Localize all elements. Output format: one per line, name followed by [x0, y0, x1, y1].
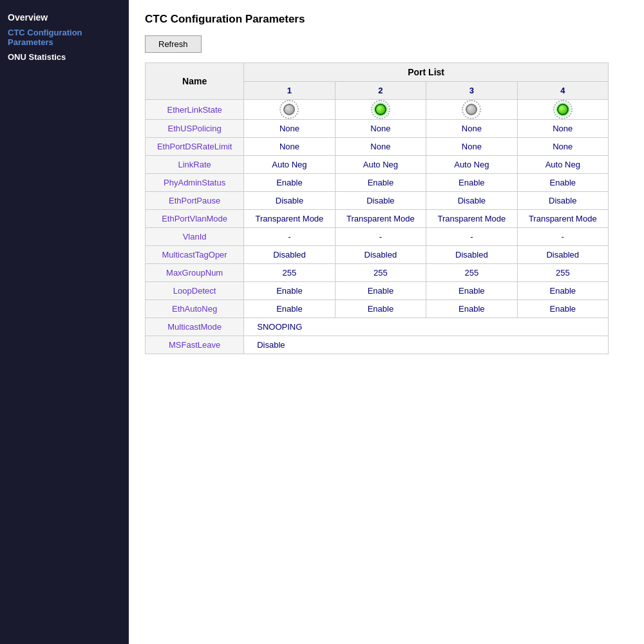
- value-cell-ethportdsratelimit-port2: None: [335, 138, 426, 156]
- value-cell-maxgroupnum-port1: 255: [244, 264, 335, 282]
- table-row: VlanId----: [146, 228, 609, 246]
- table-row: LinkRateAuto NegAuto NegAuto NegAuto Neg: [146, 156, 609, 174]
- table-row: EthPortDSRateLimitNoneNoneNoneNone: [146, 138, 609, 156]
- sidebar-item-onu-statistics[interactable]: ONU Statistics: [6, 50, 122, 64]
- value-cell-multicasttagoper-port4: Disabled: [517, 246, 608, 264]
- value-cell-vlanid-port1: -: [244, 228, 335, 246]
- table-row: PhyAdminStatusEnableEnableEnableEnable: [146, 174, 609, 192]
- value-cell-multicasttagoper-port3: Disabled: [426, 246, 517, 264]
- row-label-phyadminstatus: PhyAdminStatus: [146, 174, 244, 192]
- table-row: EthPortVlanModeTransparent ModeTranspare…: [146, 210, 609, 228]
- value-cell-ethportpause-port4: Disable: [517, 192, 608, 210]
- table-row: EthPortPauseDisableDisableDisableDisable: [146, 192, 609, 210]
- value-cell-ethportdsratelimit-port4: None: [517, 138, 608, 156]
- led-indicator-grey: [283, 104, 295, 115]
- table-row: MSFastLeaveDisable: [146, 336, 609, 354]
- value-cell-ethautoneg-port4: Enable: [517, 300, 608, 318]
- row-label-maxgroupnum: MaxGroupNum: [146, 264, 244, 282]
- value-cell-vlanid-port3: -: [426, 228, 517, 246]
- value-cell-vlanid-port4: -: [517, 228, 608, 246]
- port-header-4: 4: [517, 82, 608, 100]
- row-value-msfastleave: Disable: [244, 336, 609, 354]
- value-cell-ethportpause-port3: Disable: [426, 192, 517, 210]
- value-cell-linkrate-port1: Auto Neg: [244, 156, 335, 174]
- table-row: EthUSPolicingNoneNoneNoneNone: [146, 120, 609, 138]
- sidebar: OverviewCTC Configuration ParametersONU …: [0, 0, 129, 644]
- led-cell-port2: [335, 100, 426, 120]
- value-cell-linkrate-port2: Auto Neg: [335, 156, 426, 174]
- row-label-ethportdsratelimit: EthPortDSRateLimit: [146, 138, 244, 156]
- value-cell-ethautoneg-port3: Enable: [426, 300, 517, 318]
- led-indicator-grey: [466, 104, 477, 115]
- value-cell-loopdetect-port1: Enable: [244, 282, 335, 300]
- row-label-linkrate: LinkRate: [146, 156, 244, 174]
- port-header-2: 2: [335, 82, 426, 100]
- value-cell-phyadminstatus-port1: Enable: [244, 174, 335, 192]
- value-cell-maxgroupnum-port3: 255: [426, 264, 517, 282]
- row-label-multicastmode: MulticastMode: [146, 318, 244, 336]
- table-row: LoopDetectEnableEnableEnableEnable: [146, 282, 609, 300]
- value-cell-ethautoneg-port2: Enable: [335, 300, 426, 318]
- row-label-ethportvlanmode: EthPortVlanMode: [146, 210, 244, 228]
- refresh-button[interactable]: Refresh: [145, 35, 202, 53]
- led-cell-port3: [426, 100, 517, 120]
- row-label-loopdetect: LoopDetect: [146, 282, 244, 300]
- led-indicator-green: [557, 104, 569, 115]
- value-cell-ethuspolicing-port4: None: [517, 120, 608, 138]
- sidebar-item-overview[interactable]: Overview: [6, 10, 122, 25]
- led-cell-port4: [517, 100, 608, 120]
- value-cell-phyadminstatus-port3: Enable: [426, 174, 517, 192]
- config-table: Name Port List 1234 EtherLinkStateEthUSP…: [145, 62, 609, 354]
- value-cell-ethportpause-port2: Disable: [335, 192, 426, 210]
- table-row: MulticastModeSNOOPING: [146, 318, 609, 336]
- value-cell-vlanid-port2: -: [335, 228, 426, 246]
- value-cell-ethportpause-port1: Disable: [244, 192, 335, 210]
- value-cell-multicasttagoper-port1: Disabled: [244, 246, 335, 264]
- value-cell-maxgroupnum-port4: 255: [517, 264, 608, 282]
- row-value-multicastmode: SNOOPING: [244, 318, 609, 336]
- row-label-multicasttagoper: MulticastTagOper: [146, 246, 244, 264]
- value-cell-ethportvlanmode-port2: Transparent Mode: [335, 210, 426, 228]
- row-label-etherlinkstate: EtherLinkState: [146, 100, 244, 120]
- value-cell-ethuspolicing-port3: None: [426, 120, 517, 138]
- led-cell-port1: [244, 100, 335, 120]
- row-label-ethuspolicing: EthUSPolicing: [146, 120, 244, 138]
- value-cell-ethportdsratelimit-port3: None: [426, 138, 517, 156]
- value-cell-ethportdsratelimit-port1: None: [244, 138, 335, 156]
- port-header-3: 3: [426, 82, 517, 100]
- port-list-header: Port List: [244, 63, 609, 82]
- value-cell-loopdetect-port4: Enable: [517, 282, 608, 300]
- row-label-msfastleave: MSFastLeave: [146, 336, 244, 354]
- row-label-ethautoneg: EthAutoNeg: [146, 300, 244, 318]
- value-cell-ethuspolicing-port1: None: [244, 120, 335, 138]
- value-cell-ethuspolicing-port2: None: [335, 120, 426, 138]
- main-content: CTC Configuration Parameters Refresh Nam…: [129, 0, 644, 644]
- table-row: MulticastTagOperDisabledDisabledDisabled…: [146, 246, 609, 264]
- row-label-ethportpause: EthPortPause: [146, 192, 244, 210]
- port-header-1: 1: [244, 82, 335, 100]
- value-cell-ethautoneg-port1: Enable: [244, 300, 335, 318]
- value-cell-ethportvlanmode-port1: Transparent Mode: [244, 210, 335, 228]
- led-indicator-green: [375, 104, 386, 115]
- page-title: CTC Configuration Parameters: [145, 13, 628, 26]
- value-cell-loopdetect-port2: Enable: [335, 282, 426, 300]
- name-column-header: Name: [146, 63, 244, 100]
- value-cell-loopdetect-port3: Enable: [426, 282, 517, 300]
- table-row: MaxGroupNum255255255255: [146, 264, 609, 282]
- value-cell-ethportvlanmode-port3: Transparent Mode: [426, 210, 517, 228]
- value-cell-phyadminstatus-port2: Enable: [335, 174, 426, 192]
- value-cell-ethportvlanmode-port4: Transparent Mode: [517, 210, 608, 228]
- value-cell-linkrate-port4: Auto Neg: [517, 156, 608, 174]
- table-row: EtherLinkState: [146, 100, 609, 120]
- value-cell-maxgroupnum-port2: 255: [335, 264, 426, 282]
- row-label-vlanid: VlanId: [146, 228, 244, 246]
- value-cell-phyadminstatus-port4: Enable: [517, 174, 608, 192]
- sidebar-item-ctc-configuration-parameters[interactable]: CTC Configuration Parameters: [6, 25, 122, 50]
- table-row: EthAutoNegEnableEnableEnableEnable: [146, 300, 609, 318]
- value-cell-multicasttagoper-port2: Disabled: [335, 246, 426, 264]
- value-cell-linkrate-port3: Auto Neg: [426, 156, 517, 174]
